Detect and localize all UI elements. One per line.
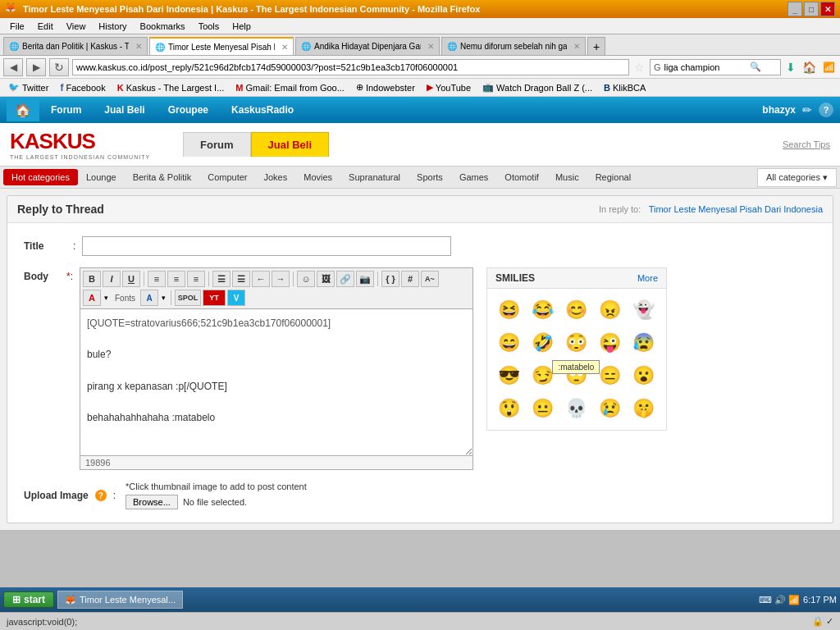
tab-close-3[interactable]: ✕ [573, 42, 580, 51]
help-button[interactable]: ? [819, 103, 833, 117]
menu-bookmarks[interactable]: Bookmarks [134, 20, 192, 33]
special-button[interactable]: A~ [421, 271, 439, 287]
nav-home-button[interactable]: 🏠 [7, 99, 39, 121]
maximize-button[interactable]: □ [804, 2, 819, 16]
indent-button[interactable]: → [272, 271, 290, 287]
nav-forum-button[interactable]: Forum [39, 101, 93, 119]
menu-history[interactable]: History [92, 20, 133, 33]
home-icon[interactable]: 🏠 [801, 61, 818, 74]
cat-otomotif[interactable]: Otomotif [496, 169, 547, 185]
smiley-2[interactable]: 😊 [561, 295, 591, 325]
username-label[interactable]: bhazyx [762, 104, 796, 116]
bookmark-facebook[interactable]: f Facebook [55, 81, 110, 94]
smiley-11[interactable]: 😏 [527, 361, 557, 390]
forum-tab[interactable]: Forum [183, 132, 250, 157]
bookmark-klikbca[interactable]: B KlikBCA [599, 82, 651, 94]
youtube-button[interactable]: YT [203, 290, 226, 306]
bookmark-indowebster[interactable]: ⊕ Indowebster [351, 81, 420, 94]
image-button[interactable]: 📷 [356, 271, 374, 287]
search-input[interactable] [664, 60, 746, 75]
cat-computer[interactable]: Computer [199, 169, 255, 185]
upload-help-icon[interactable]: ? [95, 490, 107, 501]
code-button[interactable]: { } [381, 271, 399, 287]
italic-button[interactable]: I [103, 271, 121, 287]
smilies-more-link[interactable]: More [637, 273, 658, 283]
smiley-12[interactable]: 🙄 [561, 361, 591, 390]
menu-tools[interactable]: Tools [192, 20, 226, 33]
bookmark-gmail[interactable]: M Gmail: Email from Goo... [231, 82, 349, 94]
smiley-0[interactable]: 😆 [494, 295, 523, 325]
menu-edit[interactable]: Edit [31, 20, 60, 33]
cat-movies[interactable]: Movies [295, 169, 340, 185]
vimeo-button[interactable]: V [227, 290, 245, 306]
tab-close-0[interactable]: ✕ [135, 42, 142, 51]
list-ul-button[interactable]: ☰ [212, 271, 231, 287]
menu-view[interactable]: View [60, 20, 93, 33]
nav-kaskusradio-button[interactable]: KaskusRadio [220, 101, 305, 119]
cat-games[interactable]: Games [451, 169, 496, 185]
hash-button[interactable]: # [401, 271, 419, 287]
bookmark-youtube[interactable]: ▶ YouTube [422, 81, 476, 94]
emoticon-button[interactable]: ☺ [297, 271, 315, 287]
close-button[interactable]: ✕ [820, 2, 835, 16]
cat-music[interactable]: Music [547, 169, 587, 185]
smiley-19[interactable]: 🤫 [629, 394, 659, 423]
smiley-9[interactable]: 😰 [629, 328, 659, 358]
cat-sports[interactable]: Sports [409, 169, 451, 185]
search-go-button[interactable]: 🔍 [746, 62, 765, 72]
search-tips-link[interactable]: Search Tips [783, 139, 830, 149]
smiley-10[interactable]: 😎 [494, 361, 523, 390]
bookmark-twitter[interactable]: 🐦 Twitter [3, 81, 53, 94]
cat-jokes[interactable]: Jokes [255, 169, 295, 185]
smiley-3[interactable]: 😠 [596, 295, 625, 325]
smiley-13[interactable]: 😑 [596, 361, 625, 390]
menu-help[interactable]: Help [226, 20, 258, 33]
smiley-5[interactable]: 😄 [494, 328, 523, 358]
kaskus-logo[interactable]: KASKUS THE LARGEST INDONESIAN COMMUNITY [10, 129, 150, 160]
forward-button[interactable]: ▶ [26, 58, 46, 76]
bold-button[interactable]: B [83, 271, 101, 287]
original-thread-title[interactable]: Timor Leste Menyesal Pisah Dari Indonesi… [649, 204, 823, 214]
title-input[interactable] [82, 236, 451, 256]
menu-file[interactable]: File [3, 20, 31, 33]
smiley-8[interactable]: 😜 [596, 328, 625, 358]
tab-0[interactable]: 🌐 Berita dan Politik | Kaskus - The Larg… [3, 37, 148, 55]
reload-button[interactable]: ↻ [49, 58, 69, 76]
smiley-4[interactable]: 👻 [629, 295, 659, 325]
smiley-7[interactable]: 😳 :matabelo [561, 328, 591, 358]
list-ol-button[interactable]: ☰ [232, 271, 250, 287]
smiley-14[interactable]: 😮 [629, 361, 659, 390]
tab-close-2[interactable]: ✕ [427, 42, 434, 51]
download-icon[interactable]: ⬇ [784, 61, 797, 74]
link-button[interactable]: 🔗 [336, 271, 354, 287]
bookmark-dragonball[interactable]: 📺 Watch Dragon Ball Z (... [477, 81, 597, 94]
address-input[interactable] [72, 59, 629, 75]
align-right-button[interactable]: ≡ [187, 271, 205, 287]
editor-body[interactable]: [QUOTE=stratovarius666;521c9b1ea3cb170f0… [80, 308, 473, 456]
cat-regional[interactable]: Regional [587, 169, 639, 185]
outdent-button[interactable]: ← [252, 271, 270, 287]
spoiler-button[interactable]: SPOL [175, 290, 201, 306]
smiley-17[interactable]: 💀 [561, 394, 591, 423]
font-size-button[interactable]: A [140, 290, 158, 306]
smiley-18[interactable]: 😢 [596, 394, 625, 423]
back-button[interactable]: ◀ [3, 58, 23, 76]
browse-button[interactable]: Browse... [126, 495, 178, 509]
tab-close-1[interactable]: ✕ [281, 43, 288, 52]
cat-all-categories[interactable]: All categories ▾ [757, 168, 837, 187]
font-color-button[interactable]: A [83, 290, 101, 306]
cat-hot-categories[interactable]: Hot categories [3, 169, 78, 185]
new-tab-button[interactable]: + [587, 37, 605, 55]
nav-jualbeli-button[interactable]: Jual Beli [93, 101, 156, 119]
cat-lounge[interactable]: Lounge [78, 169, 125, 185]
tab-1[interactable]: 🌐 Timor Leste Menyesal Pisah Dari Indone… [149, 37, 294, 55]
jualbeli-tab[interactable]: Jual Beli [251, 132, 329, 157]
edit-icon[interactable]: ✏ [802, 103, 812, 116]
tab-2[interactable]: 🌐 Andika Hidayat Dipenjara Gara -gara Ga… [295, 37, 440, 55]
align-center-button[interactable]: ≡ [167, 271, 185, 287]
smiley-16[interactable]: 😐 [527, 394, 557, 423]
tab-3[interactable]: 🌐 Nemu diforum sebelah nih gan,Penipuan … [441, 37, 586, 55]
nav-groupee-button[interactable]: Groupee [157, 101, 220, 119]
media-button[interactable]: 🖼 [317, 271, 335, 287]
smiley-1[interactable]: 😂 [527, 295, 557, 325]
